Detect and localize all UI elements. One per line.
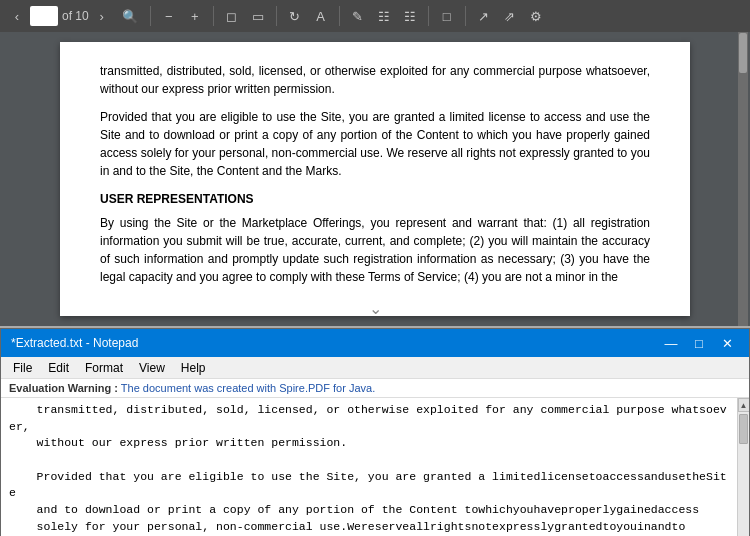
notepad-text-content[interactable]: transmitted, distributed, sold, licensed… — [1, 398, 737, 536]
annotate-button[interactable]: ✎ — [347, 4, 369, 28]
next-page-button[interactable]: › — [91, 4, 113, 28]
toolbar-nav-group: ‹ 2 of 10 › — [6, 4, 113, 28]
settings-button[interactable]: ⚙ — [525, 4, 547, 28]
expand-button[interactable]: ⇗ — [499, 4, 521, 28]
menu-edit[interactable]: Edit — [40, 359, 77, 377]
search-button[interactable]: 🔍 — [117, 4, 143, 28]
pdf-toolbar: ‹ 2 of 10 › 🔍 − + ◻ ▭ ↻ A ✎ ☷ ☷ □ ↗ ⇗ ⚙ — [0, 0, 750, 32]
notepad-window: *Extracted.txt - Notepad — □ ✕ File Edit… — [0, 328, 750, 536]
toolbar-separator-6 — [465, 6, 466, 26]
toolbar-separator-5 — [428, 6, 429, 26]
prev-page-button[interactable]: ‹ — [6, 4, 28, 28]
zoom-out-button[interactable]: − — [158, 4, 180, 28]
pdf-paragraph-3: By using the Site or the Marketplace Off… — [100, 214, 650, 286]
pdf-paragraph-1: transmitted, distributed, sold, licensed… — [100, 62, 650, 98]
page-count-label: of 10 — [62, 9, 89, 23]
pdf-paragraph-2: Provided that you are eligible to use th… — [100, 108, 650, 180]
filter2-button[interactable]: ☷ — [399, 4, 421, 28]
toolbar-separator-2 — [213, 6, 214, 26]
warning-label: Evaluation Warning : — [9, 382, 118, 394]
minimize-button[interactable]: — — [657, 329, 685, 357]
scroll-up-arrow[interactable]: ▲ — [738, 398, 750, 412]
share-button[interactable]: ↗ — [473, 4, 495, 28]
pdf-scroll-thumb — [739, 33, 747, 73]
notepad-menubar: File Edit Format View Help — [1, 357, 749, 379]
pdf-scrollbar[interactable] — [738, 32, 748, 326]
menu-view[interactable]: View — [131, 359, 173, 377]
toolbar-separator-4 — [339, 6, 340, 26]
menu-file[interactable]: File — [5, 359, 40, 377]
fit-page-button[interactable]: ◻ — [221, 4, 243, 28]
text-select-button[interactable]: A — [310, 4, 332, 28]
eraser-button[interactable]: □ — [436, 4, 458, 28]
scroll-down-indicator: ⌄ — [369, 299, 382, 318]
toolbar-separator-3 — [276, 6, 277, 26]
notepad-warning: Evaluation Warning : The document was cr… — [1, 379, 749, 398]
filter-button[interactable]: ☷ — [373, 4, 395, 28]
close-button[interactable]: ✕ — [713, 329, 741, 357]
maximize-button[interactable]: □ — [685, 329, 713, 357]
window-controls: — □ ✕ — [657, 329, 741, 357]
scroll-track — [738, 412, 749, 536]
pdf-page: transmitted, distributed, sold, licensed… — [60, 42, 690, 316]
zoom-in-button[interactable]: + — [184, 4, 206, 28]
scroll-thumb-v — [739, 414, 748, 444]
rotate-button[interactable]: ↻ — [284, 4, 306, 28]
warning-text: The document was created with Spire.PDF … — [121, 382, 375, 394]
pdf-section-title: USER REPRESENTATIONS — [100, 190, 650, 208]
notepad-content: transmitted, distributed, sold, licensed… — [1, 398, 749, 536]
pdf-content-area: transmitted, distributed, sold, licensed… — [0, 32, 750, 326]
toolbar-separator-1 — [150, 6, 151, 26]
page-number-input[interactable]: 2 — [30, 6, 58, 26]
menu-help[interactable]: Help — [173, 359, 214, 377]
menu-format[interactable]: Format — [77, 359, 131, 377]
notepad-title: *Extracted.txt - Notepad — [11, 336, 138, 350]
fit-width-button[interactable]: ▭ — [247, 4, 269, 28]
notepad-titlebar: *Extracted.txt - Notepad — □ ✕ — [1, 329, 749, 357]
notepad-scrollbar[interactable]: ▲ ▼ — [737, 398, 749, 536]
pdf-viewer: ‹ 2 of 10 › 🔍 − + ◻ ▭ ↻ A ✎ ☷ ☷ □ ↗ ⇗ ⚙ … — [0, 0, 750, 326]
